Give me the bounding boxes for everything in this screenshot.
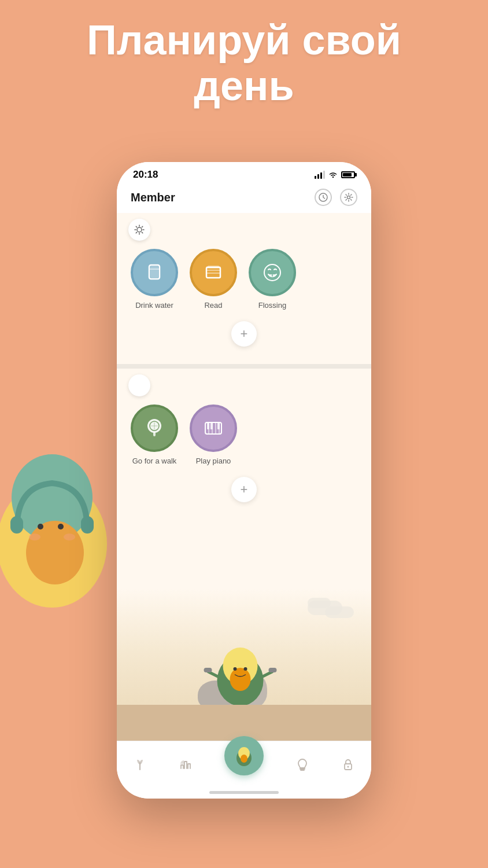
phone-frame: 20:18 Member: [117, 162, 371, 799]
svg-point-38: [230, 668, 251, 691]
add-evening-habit-button[interactable]: +: [231, 477, 257, 502]
evening-habits-row: Go for a walk: [128, 404, 360, 471]
home-indicator: [209, 791, 279, 794]
nav-tips[interactable]: [295, 757, 310, 772]
status-bar: 20:18: [117, 162, 371, 185]
piano-circle: [190, 404, 237, 452]
svg-rect-19: [208, 266, 219, 267]
nav-home-avocado[interactable]: [224, 736, 264, 775]
svg-point-47: [241, 755, 247, 763]
read-label: Read: [204, 301, 222, 310]
tree-icon: [142, 415, 167, 441]
drink-water-circle: [131, 249, 178, 296]
flossing-circle: [249, 249, 296, 296]
svg-rect-33: [207, 422, 209, 429]
wifi-icon: [328, 171, 338, 179]
morning-icon[interactable]: [128, 219, 150, 241]
piano-label: Play piano: [196, 457, 231, 465]
status-time: 20:18: [133, 169, 158, 181]
glass-icon: [142, 260, 167, 285]
svg-rect-7: [10, 516, 23, 534]
header-icons: [315, 189, 357, 206]
habit-walk[interactable]: Go for a walk: [128, 404, 180, 465]
evening-section-header: [128, 374, 360, 396]
smile-icon: [260, 260, 284, 285]
avocado-nav-icon: [232, 744, 256, 767]
sun-icon: [134, 224, 145, 236]
habit-piano[interactable]: Play piano: [187, 404, 239, 465]
section-divider: [117, 364, 371, 369]
book-icon: [201, 260, 225, 285]
svg-rect-35: [217, 422, 220, 429]
hero-title-line1: Планируй свой: [23, 17, 465, 63]
drink-water-label: Drink water: [135, 301, 173, 310]
member-label: Member: [131, 191, 175, 204]
gear-icon: [344, 193, 353, 202]
morning-habits-row: Drink water Read: [128, 249, 360, 315]
svg-rect-8: [81, 516, 94, 534]
app-content: Drink water Read: [117, 213, 371, 751]
avocado-character-illus: [203, 634, 278, 709]
habit-drink-water[interactable]: Drink water: [128, 249, 180, 310]
svg-rect-34: [210, 422, 213, 429]
habit-read[interactable]: Read: [187, 249, 239, 310]
walk-label: Go for a walk: [132, 457, 177, 465]
walk-circle: [131, 404, 178, 452]
status-icons: [315, 171, 355, 179]
svg-point-10: [347, 196, 350, 199]
sprout-icon: [132, 757, 147, 772]
lightbulb-icon: [295, 757, 310, 772]
svg-point-20: [264, 264, 280, 281]
cloud-2: [308, 598, 331, 608]
svg-point-6: [64, 534, 75, 540]
clock-icon: [319, 193, 328, 202]
nav-stats[interactable]: [178, 757, 193, 772]
add-morning-habit-button[interactable]: +: [231, 321, 257, 347]
half-moon-icon: [134, 380, 145, 391]
nav-habits[interactable]: [132, 757, 147, 772]
cloud-3: [325, 606, 354, 618]
svg-rect-14: [150, 266, 158, 278]
illustration-area: [117, 589, 371, 751]
habit-flossing[interactable]: Flossing: [246, 249, 298, 310]
svg-rect-15: [206, 267, 220, 278]
battery-icon: [341, 171, 355, 178]
evening-section: Go for a walk: [117, 369, 371, 520]
morning-section-header: [128, 219, 360, 241]
history-button[interactable]: [315, 189, 332, 206]
nav-premium[interactable]: [341, 757, 356, 772]
svg-rect-44: [269, 668, 277, 672]
svg-point-39: [234, 667, 237, 671]
lock-icon: [341, 757, 356, 772]
hero-title-line2: день: [23, 63, 465, 109]
app-header: Member: [117, 185, 371, 213]
evening-icon[interactable]: [128, 374, 150, 396]
svg-rect-42: [204, 668, 212, 672]
chart-icon: [178, 757, 193, 772]
svg-point-4: [58, 524, 64, 529]
svg-point-40: [244, 667, 247, 671]
morning-section: Drink water Read: [117, 213, 371, 364]
flossing-label: Flossing: [258, 301, 286, 310]
svg-point-11: [137, 227, 142, 232]
svg-point-51: [347, 766, 349, 767]
bottom-nav: [117, 741, 371, 799]
read-circle: [190, 249, 237, 296]
hero-title: Планируй свой день: [0, 17, 488, 109]
svg-rect-24: [153, 432, 156, 436]
settings-button[interactable]: [340, 189, 357, 206]
svg-point-2: [26, 521, 84, 584]
signal-icon: [315, 171, 325, 179]
svg-point-5: [29, 534, 40, 540]
piano-icon: [201, 415, 226, 441]
side-avocado-decoration: [0, 451, 116, 613]
svg-point-3: [38, 524, 43, 529]
